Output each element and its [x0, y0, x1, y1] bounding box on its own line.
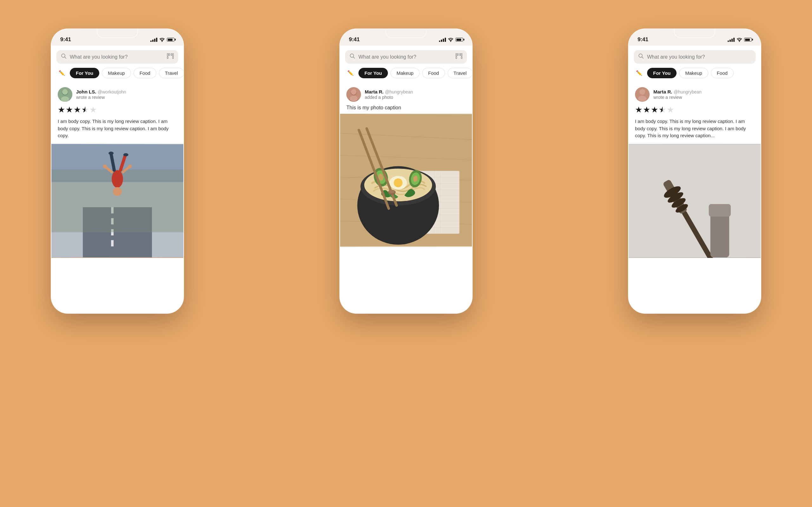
phone-left: 9:41	[51, 29, 184, 314]
stars-left: ★ ★ ★ ★ ★ ★	[58, 105, 177, 115]
search-input-center[interactable]	[358, 54, 452, 60]
post-user-info-right: Marta R. @hungrybean wrote a review	[653, 89, 702, 100]
barcode-icon-center	[455, 53, 462, 60]
svg-point-85	[638, 96, 647, 101]
search-bar-left[interactable]	[56, 50, 178, 64]
svg-point-30	[123, 153, 129, 156]
search-input-right[interactable]	[647, 54, 751, 60]
status-icons-left	[150, 38, 174, 42]
status-icons-center	[439, 38, 463, 42]
post-card-right: Marta R. @hungrybean wrote a review ★ ★ …	[629, 82, 761, 263]
edit-icon-left[interactable]: ✏️	[56, 67, 67, 78]
filter-tabs-right: ✏️ For You Makeup Food	[629, 64, 761, 82]
phone-center: 9:41	[339, 29, 473, 314]
post-image-right	[629, 144, 761, 258]
phone-right: 9:41	[628, 29, 761, 314]
battery-icon-left	[167, 38, 174, 42]
search-icon-right	[638, 53, 644, 60]
svg-rect-34	[456, 57, 457, 59]
svg-point-22	[113, 187, 122, 196]
post-action-center: added a photo	[365, 95, 413, 100]
status-time-left: 9:41	[60, 37, 71, 43]
photo-caption-center: This is my photo caption	[346, 105, 466, 114]
svg-point-70	[394, 178, 403, 187]
svg-rect-36	[461, 54, 462, 56]
tab-for-you-right[interactable]: For You	[647, 68, 676, 78]
filter-tabs-left: ✏️ For You Makeup Food Travel	[51, 64, 183, 82]
battery-icon-center	[455, 38, 463, 42]
edit-icon-center[interactable]: ✏️	[345, 67, 356, 78]
star-4-right: ★ ★	[659, 105, 666, 115]
avatar-center	[346, 87, 361, 102]
svg-point-84	[640, 89, 645, 95]
signal-icon-right	[728, 38, 734, 42]
avatar-left	[58, 87, 72, 102]
tab-food-right[interactable]: Food	[711, 68, 734, 78]
search-bar-center[interactable]	[345, 50, 467, 64]
status-time-center: 9:41	[349, 37, 360, 43]
status-time-right: 9:41	[638, 37, 648, 43]
mascara-svg	[629, 144, 761, 258]
stars-right: ★ ★ ★ ★ ★ ★	[635, 105, 754, 115]
post-card-left: John LS. @workoutjohn wrote a review ★ ★…	[51, 82, 183, 263]
star-5-left: ★	[90, 105, 97, 115]
tab-for-you-left[interactable]: For You	[70, 68, 99, 78]
post-user-info-left: John LS. @workoutjohn wrote a review	[76, 89, 126, 100]
phone-content-center: ✏️ For You Makeup Food Travel	[340, 46, 472, 313]
phone-content-left: ✏️ For You Makeup Food Travel	[51, 46, 183, 313]
notch-left	[97, 29, 138, 38]
svg-point-81	[739, 41, 740, 42]
tab-travel-center[interactable]: Travel	[448, 68, 472, 78]
svg-rect-94	[709, 204, 731, 216]
svg-rect-33	[456, 54, 457, 56]
tab-food-center[interactable]: Food	[422, 68, 445, 78]
svg-point-31	[450, 41, 451, 42]
notch-right	[674, 29, 715, 38]
tab-for-you-center[interactable]: For You	[358, 68, 388, 78]
food-svg	[340, 114, 472, 247]
search-bar-right[interactable]	[634, 50, 756, 64]
notch-center	[386, 29, 426, 38]
svg-rect-5	[172, 54, 173, 56]
star-5-right: ★	[667, 105, 674, 115]
post-action-left: wrote a review	[76, 95, 126, 100]
svg-point-80	[389, 190, 395, 193]
tab-travel-left[interactable]: Travel	[159, 68, 183, 78]
post-header-right: Marta R. @hungrybean wrote a review	[635, 87, 754, 102]
post-action-right: wrote a review	[653, 95, 702, 100]
tab-makeup-right[interactable]: Makeup	[679, 68, 708, 78]
phones-container: 9:41	[0, 0, 812, 507]
svg-rect-7	[171, 54, 172, 55]
svg-point-43	[350, 96, 358, 101]
post-header-left: John LS. @workoutjohn wrote a review	[58, 87, 177, 102]
post-image-left	[51, 144, 183, 258]
svg-point-21	[112, 170, 123, 187]
post-user-info-center: Marta R. @hungrybean added a photo	[365, 89, 413, 100]
post-header-center: Marta R. @hungrybean added a photo	[346, 87, 466, 102]
review-text-left: I am body copy. This is my long review c…	[58, 118, 177, 139]
tab-makeup-center[interactable]: Makeup	[391, 68, 419, 78]
star-1-right: ★	[635, 105, 642, 115]
svg-point-25	[103, 164, 107, 168]
svg-rect-35	[457, 54, 458, 55]
post-card-center: Marta R. @hungrybean added a photo This …	[340, 82, 472, 252]
filter-tabs-center: ✏️ For You Makeup Food Travel	[340, 64, 472, 82]
search-icon-center	[350, 53, 355, 60]
svg-rect-4	[169, 54, 170, 55]
svg-point-0	[162, 41, 163, 42]
svg-rect-37	[461, 57, 462, 59]
svg-point-29	[108, 152, 113, 155]
tab-makeup-left[interactable]: Makeup	[102, 68, 131, 78]
search-input-left[interactable]	[70, 54, 164, 60]
svg-point-26	[128, 164, 132, 168]
signal-icon-center	[439, 38, 446, 42]
status-icons-right	[728, 38, 752, 42]
edit-icon-right[interactable]: ✏️	[634, 67, 645, 78]
star-1-left: ★	[58, 105, 65, 115]
star-4-left: ★ ★	[82, 105, 89, 115]
svg-point-11	[62, 89, 68, 95]
username-right: Marta R. @hungrybean	[653, 89, 702, 95]
battery-icon-right	[744, 38, 752, 42]
tab-food-left[interactable]: Food	[134, 68, 156, 78]
barcode-icon-left	[167, 53, 174, 60]
